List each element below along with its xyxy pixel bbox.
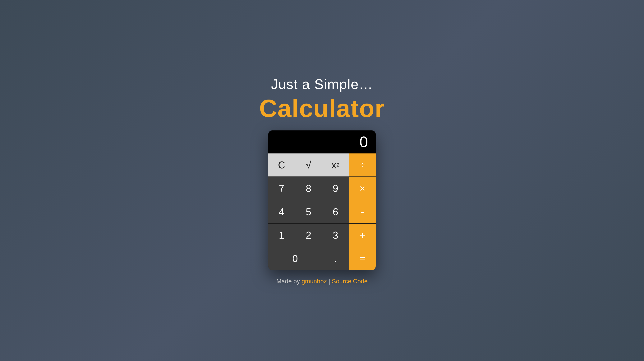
buttons-grid: C √ x2 ÷ 7 8 9 × 4 5 6 - 1 2 3 + 0 . = — [268, 153, 376, 270]
decimal-button[interactable]: . — [322, 247, 349, 270]
nine-button[interactable]: 9 — [322, 177, 349, 200]
five-button[interactable]: 5 — [295, 200, 322, 223]
subtitle: Just a Simple… — [259, 76, 385, 92]
clear-button[interactable]: C — [268, 153, 295, 176]
equals-button[interactable]: = — [349, 247, 376, 270]
add-button[interactable]: + — [349, 224, 376, 247]
footer-separator: | — [327, 278, 332, 285]
eight-button[interactable]: 8 — [295, 177, 322, 200]
display: 0 — [268, 130, 376, 153]
divide-button[interactable]: ÷ — [349, 153, 376, 176]
display-value: 0 — [360, 133, 368, 151]
subtract-button[interactable]: - — [349, 200, 376, 223]
three-button[interactable]: 3 — [322, 224, 349, 247]
square-button[interactable]: x2 — [322, 153, 349, 176]
page-wrapper: Just a Simple… Calculator 0 C √ x2 ÷ 7 8… — [259, 76, 385, 285]
sqrt-button[interactable]: √ — [295, 153, 322, 176]
four-button[interactable]: 4 — [268, 200, 295, 223]
zero-button[interactable]: 0 — [268, 247, 322, 270]
six-button[interactable]: 6 — [322, 200, 349, 223]
author-link[interactable]: gmunhoz — [302, 278, 327, 285]
main-title: Calculator — [259, 94, 385, 123]
footer-text: Made by — [276, 278, 302, 285]
source-code-link[interactable]: Source Code — [332, 278, 368, 285]
calculator: 0 C √ x2 ÷ 7 8 9 × 4 5 6 - 1 2 3 + 0 . — [268, 130, 376, 270]
title-section: Just a Simple… Calculator — [259, 76, 385, 123]
two-button[interactable]: 2 — [295, 224, 322, 247]
one-button[interactable]: 1 — [268, 224, 295, 247]
footer: Made by gmunhoz | Source Code — [276, 278, 368, 285]
seven-button[interactable]: 7 — [268, 177, 295, 200]
multiply-button[interactable]: × — [349, 177, 376, 200]
